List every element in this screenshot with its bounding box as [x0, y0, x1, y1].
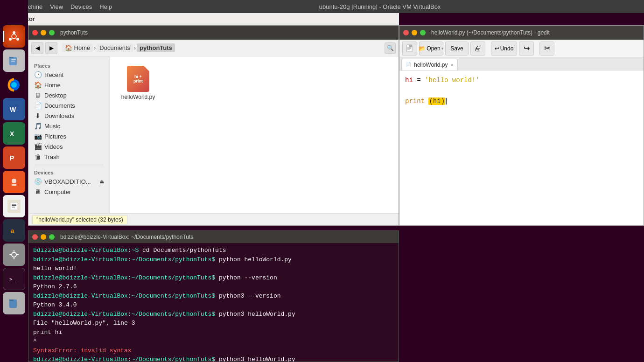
term-prompt-1: bdizzle@bdizzle-VirtualBox:~$: [33, 247, 142, 254]
svg-point-20: [12, 179, 16, 183]
dock-files[interactable]: [3, 49, 25, 72]
term-cmd-1: cd Documents/pythonTuts: [142, 247, 226, 254]
term-line-12: SyntaxError: invalid syntax: [33, 346, 394, 355]
breadcrumb-home[interactable]: 🏠 Home: [62, 43, 93, 52]
svg-point-5: [16, 38, 19, 41]
sidebar-label-home: Home: [44, 82, 61, 89]
dock-ubuntu[interactable]: [3, 25, 25, 48]
documents-icon: 📄: [34, 102, 42, 109]
sidebar-item-videos[interactable]: 🎬 Videos: [28, 141, 110, 152]
terminal-min-btn[interactable]: [41, 234, 46, 240]
gedit-max-btn[interactable]: [420, 30, 426, 35]
sidebar-item-desktop[interactable]: 🖥 Desktop: [28, 90, 110, 100]
term-out-6: ^: [33, 338, 37, 345]
code-line-3: print (hi): [405, 96, 638, 106]
fm-close-btn[interactable]: [32, 30, 38, 35]
sidebar-label-videos: Videos: [44, 143, 63, 150]
menu-view[interactable]: View: [50, 3, 63, 10]
gedit-save-btn[interactable]: Save: [445, 42, 469, 56]
svg-text:a: a: [11, 227, 14, 234]
sidebar-label-vbox: VBOXADDITIO...: [44, 178, 91, 185]
fm-breadcrumb: 🏠 Home › Documents › pythonTuts: [62, 43, 175, 52]
terminal-close-btn[interactable]: [32, 234, 38, 240]
fm-sidebar: Places 🕐 Recent 🏠 Home 🖥 Desktop 📄 Docum…: [28, 56, 110, 213]
sidebar-item-trash[interactable]: 🗑 Trash: [28, 152, 110, 162]
sidebar-item-music[interactable]: 🎵 Music: [28, 121, 110, 131]
code-str-hello: 'hello world!': [425, 77, 480, 84]
terminal-max-btn[interactable]: [49, 234, 55, 240]
svg-rect-10: [11, 61, 15, 62]
fm-content-area: hi +print helloWorld.py: [110, 56, 399, 213]
term-prompt-2: bdizzle@bdizzle-VirtualBox:~/Documents/p…: [33, 256, 219, 263]
breadcrumb-documents[interactable]: Documents: [97, 43, 133, 52]
fm-forward-btn[interactable]: ▶: [45, 42, 57, 54]
fm-min-btn[interactable]: [41, 30, 46, 35]
sidebar-item-home[interactable]: 🏠 Home: [28, 80, 110, 90]
dock-calc[interactable]: X: [3, 122, 25, 145]
gedit-close-btn[interactable]: [403, 30, 409, 35]
fm-search-btn[interactable]: 🔍: [385, 42, 396, 54]
breadcrumb-pythontuts[interactable]: pythonTuts: [137, 43, 175, 52]
gedit-tab-helloworld[interactable]: 📄 helloWorld.py ×: [401, 59, 458, 70]
svg-point-12: [11, 82, 17, 88]
dock-amazon[interactable]: a: [3, 219, 25, 242]
gedit-undo-btn[interactable]: ↩ Undo: [491, 42, 517, 56]
sidebar-item-recent[interactable]: 🕐 Recent: [28, 70, 110, 80]
fm-back-btn[interactable]: ◀: [31, 42, 43, 54]
gedit-code-content[interactable]: hi = 'hello world!' print (hi): [399, 70, 644, 225]
menu-help[interactable]: Help: [99, 3, 112, 10]
sidebar-item-downloads[interactable]: ⬇ Downloads: [28, 111, 110, 121]
menu-devices[interactable]: Devices: [70, 3, 92, 10]
fm-max-btn[interactable]: [49, 30, 55, 35]
recent-icon: 🕐: [34, 71, 42, 78]
terminal-window: bdizzle@bdizzle-VirtualBox: ~/Documents/…: [28, 230, 399, 362]
gedit-redo-btn[interactable]: ↪: [519, 42, 534, 56]
devices-heading: Devices: [28, 168, 110, 176]
term-err-1: SyntaxError: invalid syntax: [33, 347, 132, 354]
dock-firefox[interactable]: [3, 74, 25, 96]
term-line-11: ^: [33, 337, 394, 346]
gedit-open-btn[interactable]: 📂 Open ▾: [419, 42, 443, 56]
svg-point-3: [13, 31, 15, 34]
undo-icon: ↩: [495, 45, 499, 52]
sidebar-label-trash: Trash: [44, 153, 60, 160]
gedit-tab-bar: 📄 helloWorld.py ×: [399, 57, 644, 70]
sidebar-label-recent: Recent: [44, 71, 63, 78]
places-heading: Places: [28, 61, 110, 70]
dock-impress[interactable]: P: [3, 146, 25, 169]
terminal-content[interactable]: bdizzle@bdizzle-VirtualBox:~$ cd Documen…: [28, 243, 399, 362]
svg-rect-9: [11, 59, 16, 60]
svg-text:W: W: [10, 106, 16, 113]
svg-rect-32: [14, 258, 14, 259]
sidebar-item-documents[interactable]: 📄 Documents: [28, 100, 110, 111]
term-cmd-5: python3 helloWorld.py: [219, 311, 295, 318]
term-line-8: bdizzle@bdizzle-VirtualBox:~/Documents/p…: [33, 310, 394, 319]
sidebar-item-pictures[interactable]: 📷 Pictures: [28, 131, 110, 141]
sidebar-item-vbox[interactable]: 💿 VBOXADDITIO... ⏏: [28, 176, 110, 187]
svg-text:>_: >_: [9, 276, 16, 282]
gedit-new-btn[interactable]: [402, 42, 417, 56]
eject-icon[interactable]: ⏏: [99, 179, 104, 185]
gedit-min-btn[interactable]: [412, 30, 417, 35]
dock-settings[interactable]: [3, 244, 25, 266]
term-line-10: print hi: [33, 328, 394, 337]
sidebar-label-music: Music: [44, 123, 60, 130]
svg-point-4: [9, 38, 12, 41]
downloads-icon: ⬇: [34, 112, 42, 119]
gedit-print-btn[interactable]: 🖨: [470, 42, 485, 56]
dock-texteditor[interactable]: [3, 195, 25, 217]
sidebar-item-computer[interactable]: 🖥 Computer: [28, 187, 110, 197]
svg-text:X: X: [10, 130, 14, 138]
term-out-2: Python 2.7.6: [33, 283, 77, 290]
svg-text:P: P: [10, 154, 14, 162]
tab-file-icon: 📄: [406, 62, 411, 67]
file-helloworld[interactable]: hi +print helloWorld.py: [119, 66, 157, 100]
gedit-cut-btn[interactable]: ✂: [539, 42, 554, 56]
svg-rect-38: [9, 299, 14, 301]
dock-files2[interactable]: [3, 292, 25, 314]
open-arrow: ▾: [441, 46, 444, 51]
dock-writer[interactable]: W: [3, 98, 25, 120]
dock-terminal[interactable]: >_: [3, 268, 25, 290]
dock-software[interactable]: [3, 171, 25, 193]
tab-close-btn[interactable]: ×: [450, 62, 453, 68]
